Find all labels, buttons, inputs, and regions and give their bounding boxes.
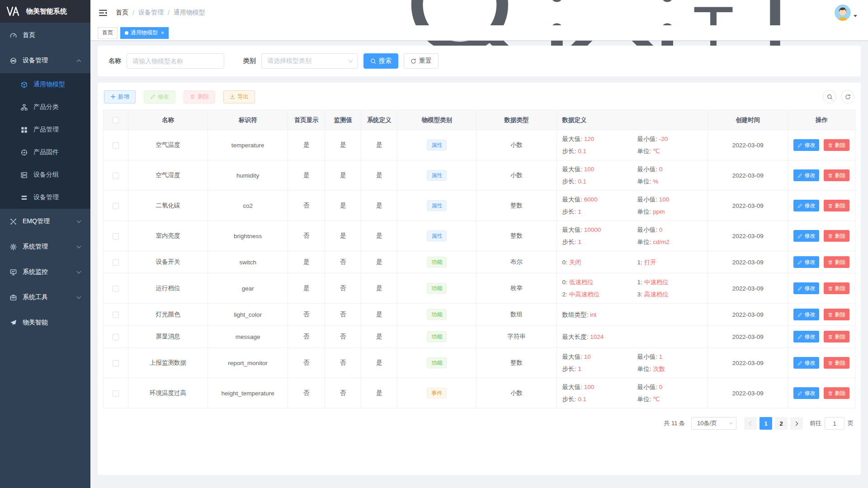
pencil-icon	[797, 203, 802, 208]
search-button[interactable]: 搜索	[363, 53, 398, 69]
row-edit-button[interactable]: 修改	[793, 357, 819, 369]
cell-monitor: 否	[325, 326, 361, 348]
tab-home[interactable]: 首页	[98, 27, 118, 39]
row-checkbox[interactable]	[113, 203, 119, 209]
category-filter-select[interactable]: 请选择模型类别	[261, 53, 358, 69]
sidebar-item-product-manage[interactable]: 产品管理	[0, 118, 90, 141]
category-tag: 属性	[427, 170, 447, 181]
data-def-item: 最小值:0	[637, 163, 702, 175]
row-delete-button[interactable]: 删除	[824, 256, 849, 268]
chevron-down-icon	[77, 269, 81, 273]
filter-bar: 名称 类别 请选择模型类别 搜索 重置	[98, 46, 861, 76]
app-logo[interactable]: 物美智能系统	[0, 0, 90, 23]
next-page-button[interactable]	[790, 417, 803, 430]
add-button[interactable]: 新增	[104, 90, 136, 103]
row-delete-button[interactable]: 删除	[824, 387, 849, 399]
name-filter-input[interactable]	[127, 53, 224, 69]
row-delete-button[interactable]: 删除	[824, 200, 849, 211]
row-checkbox[interactable]	[113, 360, 119, 366]
row-checkbox[interactable]	[113, 334, 119, 340]
sidebar-item-emq[interactable]: EMQ管理	[0, 209, 90, 234]
page-button-1[interactable]: 1	[760, 417, 772, 430]
sidebar-item-system-tools[interactable]: 系统工具	[0, 285, 90, 310]
trash-icon	[828, 203, 833, 208]
row-edit-button[interactable]: 修改	[793, 331, 819, 343]
select-all-checkbox[interactable]	[113, 117, 119, 123]
remove-button[interactable]: 删除	[184, 90, 215, 103]
table-row-co2: 二氧化碳co2否是是属性整数最大值:6000最小值:100步长:1单位:ppm2…	[104, 191, 855, 221]
thing-model-table: 名称标识符首页显示监测值系统定义物模型类别数据类型数据定义创建时间操作 空气温度…	[103, 110, 855, 408]
prev-page-button[interactable]	[744, 417, 757, 430]
reset-button[interactable]: 重置	[404, 53, 439, 69]
row-delete-button[interactable]: 删除	[824, 309, 849, 320]
breadcrumb-home[interactable]: 首页	[116, 9, 128, 17]
user-menu[interactable]	[835, 5, 857, 21]
cell-created-time: 2022-03-09	[708, 348, 788, 378]
cell-identifier: brightness	[208, 221, 288, 251]
tab-thing-model[interactable]: 通用物模型 ×	[120, 27, 169, 39]
row-edit-button[interactable]: 修改	[793, 309, 819, 320]
chevron-up-icon	[77, 59, 81, 64]
row-edit-button[interactable]: 修改	[793, 169, 819, 181]
row-delete-button[interactable]: 删除	[824, 282, 849, 294]
pencil-icon	[797, 173, 802, 178]
row-edit-button[interactable]: 修改	[793, 256, 819, 268]
row-delete-button[interactable]: 删除	[824, 357, 849, 369]
row-select-cell	[104, 304, 128, 326]
sidebar-item-device-manage[interactable]: 设备管理	[0, 48, 90, 73]
row-checkbox[interactable]	[113, 142, 119, 149]
chevron-down-icon	[729, 421, 733, 424]
refresh-table-button[interactable]	[841, 90, 854, 103]
row-edit-button[interactable]: 修改	[793, 200, 819, 211]
row-edit-button[interactable]: 修改	[793, 387, 819, 399]
sidebar-item-label: 首页	[23, 31, 35, 39]
row-checkbox[interactable]	[113, 233, 119, 239]
cell-actions: 修改删除	[788, 304, 855, 326]
monitor-icon	[10, 269, 17, 276]
row-checkbox[interactable]	[113, 286, 119, 292]
chevron-down-icon	[77, 218, 81, 223]
export-button[interactable]: 导出	[223, 90, 255, 103]
sidebar-item-product-firmware[interactable]: 产品固件	[0, 141, 90, 164]
sidebar-item-home[interactable]: 首页	[0, 23, 90, 48]
row-delete-button[interactable]: 删除	[824, 139, 849, 151]
row-select-cell	[104, 191, 128, 221]
row-delete-button[interactable]: 删除	[824, 230, 849, 242]
sidebar-item-product-category[interactable]: 产品分类	[0, 96, 90, 118]
row-delete-button[interactable]: 删除	[824, 169, 849, 181]
breadcrumb-device-manage[interactable]: 设备管理	[138, 9, 164, 17]
main-area: 首页 / 设备管理 / 通用物模型 TT 首页	[90, 0, 868, 488]
sidebar-item-system-manage[interactable]: 系统管理	[0, 234, 90, 259]
chevron-down-icon	[349, 58, 353, 62]
sidebar-item-label: 设备管理	[23, 56, 48, 65]
page-button-2[interactable]: 2	[775, 417, 788, 430]
cell-home-display: 否	[288, 348, 325, 378]
page-size-select[interactable]: 10条/页	[691, 417, 736, 430]
row-checkbox[interactable]	[113, 259, 119, 266]
cell-name: 屏显消息	[128, 326, 208, 348]
show-search-button[interactable]	[823, 90, 836, 103]
sidebar-item-device-group[interactable]: 设备分组	[0, 164, 90, 186]
row-edit-button[interactable]: 修改	[793, 230, 819, 242]
row-delete-button[interactable]: 删除	[824, 331, 849, 343]
device-icon	[10, 57, 17, 64]
row-checkbox[interactable]	[113, 390, 119, 397]
goto-page-input[interactable]	[825, 417, 844, 430]
row-checkbox[interactable]	[113, 312, 119, 318]
edit-button[interactable]: 修改	[144, 90, 175, 103]
row-edit-button[interactable]: 修改	[793, 139, 819, 151]
trash-icon	[828, 286, 833, 291]
sidebar-item-thing-model[interactable]: 通用物模型	[0, 73, 90, 96]
sidebar-toggle-icon[interactable]	[99, 9, 108, 17]
sidebar-item-wumei-smart[interactable]: 物美智能	[0, 310, 90, 335]
row-select-cell	[104, 221, 128, 251]
sidebar-item-system-monitor[interactable]: 系统监控	[0, 259, 90, 285]
row-edit-button[interactable]: 修改	[793, 282, 819, 294]
trash-icon	[828, 361, 833, 366]
cell-data-definition: 最大值:100最小值:0步长:0.1单位:℃	[557, 378, 708, 408]
cell-system-defined: 是	[361, 191, 397, 221]
sidebar-item-device-admin[interactable]: 设备管理	[0, 186, 90, 209]
row-checkbox[interactable]	[113, 173, 119, 179]
cell-created-time: 2022-03-09	[708, 160, 788, 191]
tab-close-icon[interactable]: ×	[161, 30, 164, 36]
